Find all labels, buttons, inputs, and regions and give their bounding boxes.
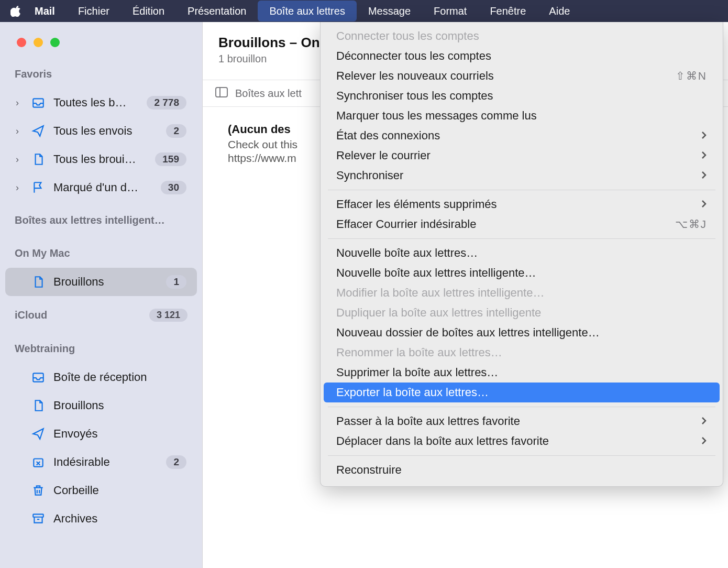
menu-item[interactable]: Reconstruire bbox=[324, 460, 720, 480]
menu-fenetre[interactable]: Fenêtre bbox=[478, 1, 537, 21]
menu-item[interactable]: Passer à la boîte aux lettres favorite bbox=[324, 411, 720, 431]
apple-logo-icon[interactable] bbox=[10, 5, 22, 17]
inbox-icon bbox=[30, 370, 46, 384]
menu-item[interactable]: Synchroniser bbox=[324, 166, 720, 185]
webtraining-header: Webtraining bbox=[0, 343, 202, 363]
menu-aide[interactable]: Aide bbox=[537, 1, 581, 21]
smart-mailboxes-header: Boîtes aux lettres intelligent… bbox=[0, 214, 202, 235]
svg-rect-4 bbox=[216, 88, 227, 97]
window-controls bbox=[0, 38, 202, 68]
menu-item[interactable]: Déplacer dans la boîte aux lettres favor… bbox=[324, 431, 720, 451]
menu-item-label: État des connexions bbox=[336, 129, 440, 143]
menu-item[interactable]: Déconnecter tous les comptes bbox=[324, 46, 720, 66]
sidebar-item-label: Brouillons bbox=[53, 399, 186, 412]
count-badge: 3 121 bbox=[149, 309, 187, 322]
sidebar-item-junk[interactable]: Indésirable 2 bbox=[5, 448, 197, 476]
menu-item-label: Effacer Courrier indésirable bbox=[336, 217, 476, 231]
menu-item-label: Connecter tous les comptes bbox=[336, 29, 479, 43]
menu-item[interactable]: Nouveau dossier de boîtes aux lettres in… bbox=[324, 323, 720, 343]
sidebar-item-label: Envoyés bbox=[53, 427, 186, 441]
close-window-icon[interactable] bbox=[17, 38, 26, 47]
draft-icon bbox=[30, 275, 46, 289]
chevron-right-icon bbox=[701, 169, 707, 182]
menu-item-label: Exporter la boîte aux lettres… bbox=[336, 386, 489, 399]
menu-item-label: Renommer la boîte aux lettres… bbox=[336, 346, 502, 359]
sidebar-item-label: Corbeille bbox=[53, 484, 186, 497]
menu-item-label: Relever le courrier bbox=[336, 149, 431, 162]
sidebar-item-label: Tous les broui… bbox=[53, 152, 148, 166]
sidebar-item-label: Toutes les b… bbox=[53, 96, 139, 110]
menu-separator bbox=[328, 455, 715, 456]
menu-item-label: Marquer tous les messages comme lus bbox=[336, 109, 537, 123]
count-badge: 30 bbox=[161, 181, 186, 194]
menu-item-label: Nouvelle boîte aux lettres intelligente… bbox=[336, 266, 536, 280]
sidebar-item-all-inboxes[interactable]: › Toutes les b… 2 778 bbox=[5, 89, 197, 117]
menu-item[interactable]: Synchroniser tous les comptes bbox=[324, 86, 720, 106]
sidebar-item-label: Tous les envois bbox=[53, 124, 159, 138]
menu-item[interactable]: État des connexions bbox=[324, 126, 720, 146]
sidebar-item-label: Marqué d'un d… bbox=[53, 181, 153, 194]
sidebar-item-all-drafts[interactable]: › Tous les broui… 159 bbox=[5, 145, 197, 173]
sent-icon bbox=[30, 427, 46, 441]
menu-item[interactable]: Relever le courrier bbox=[324, 146, 720, 166]
sidebar-item-sent[interactable]: Envoyés bbox=[5, 420, 197, 448]
icloud-header[interactable]: iCloud 3 121 bbox=[0, 309, 202, 330]
sent-icon bbox=[30, 124, 46, 138]
icloud-label: iCloud bbox=[15, 309, 47, 321]
sidebar-item-trash[interactable]: Corbeille bbox=[5, 476, 197, 505]
menu-item-label: Déconnecter tous les comptes bbox=[336, 49, 491, 63]
menu-app[interactable]: Mail bbox=[35, 1, 67, 21]
menu-item[interactable]: Nouvelle boîte aux lettres… bbox=[324, 243, 720, 263]
menu-item-label: Passer à la boîte aux lettres favorite bbox=[336, 414, 520, 428]
menu-item: Dupliquer la boîte aux lettres intellige… bbox=[324, 303, 720, 323]
chevron-right-icon bbox=[701, 434, 707, 448]
menu-separator bbox=[328, 238, 715, 239]
sidebar-item-archive[interactable]: Archives bbox=[5, 505, 197, 533]
menubar: Mail Fichier Édition Présentation Boîte … bbox=[0, 0, 728, 22]
menu-item[interactable]: Effacer les éléments supprimés bbox=[324, 194, 720, 214]
menu-item[interactable]: Relever les nouveaux courriels⇧⌘N bbox=[324, 66, 720, 86]
menu-format[interactable]: Format bbox=[422, 1, 478, 21]
menu-item[interactable]: Exporter la boîte aux lettres… bbox=[324, 383, 720, 402]
chevron-right-icon: › bbox=[16, 126, 23, 137]
menu-edition[interactable]: Édition bbox=[121, 1, 176, 21]
menu-item-label: Relever les nouveaux courriels bbox=[336, 69, 494, 83]
menu-item-label: Déplacer dans la boîte aux lettres favor… bbox=[336, 434, 549, 448]
menu-message[interactable]: Message bbox=[357, 1, 422, 21]
chevron-right-icon: › bbox=[16, 154, 23, 165]
sidebar-item-inbox[interactable]: Boîte de réception bbox=[5, 363, 197, 391]
menu-item[interactable]: Effacer Courrier indésirable⌥⌘J bbox=[324, 214, 720, 234]
chevron-right-icon: › bbox=[16, 97, 23, 108]
favorites-header: Favoris bbox=[0, 68, 202, 89]
menu-item-label: Supprimer la boîte aux lettres… bbox=[336, 366, 498, 379]
sidebar-item-drafts-local[interactable]: Brouillons 1 bbox=[5, 268, 197, 296]
menu-item[interactable]: Supprimer la boîte aux lettres… bbox=[324, 363, 720, 383]
menu-item[interactable]: Nouvelle boîte aux lettres intelligente… bbox=[324, 263, 720, 283]
menu-item-label: Reconstruire bbox=[336, 463, 402, 477]
chevron-right-icon bbox=[701, 198, 707, 211]
menu-fichier[interactable]: Fichier bbox=[67, 1, 121, 21]
sidebar-toggle-icon[interactable] bbox=[215, 87, 228, 100]
inbox-icon bbox=[30, 96, 46, 110]
chevron-right-icon: › bbox=[16, 182, 23, 193]
sidebar-item-label: Indésirable bbox=[53, 455, 159, 469]
menu-item: Modifier la boîte aux lettres intelligen… bbox=[324, 283, 720, 303]
count-badge: 2 778 bbox=[147, 96, 186, 110]
trash-icon bbox=[30, 484, 46, 497]
menu-presentation[interactable]: Présentation bbox=[176, 1, 258, 21]
fullscreen-window-icon[interactable] bbox=[50, 38, 60, 47]
sidebar-item-all-sent[interactable]: › Tous les envois 2 bbox=[5, 117, 197, 145]
minimize-window-icon[interactable] bbox=[34, 38, 43, 47]
menu-item: Connecter tous les comptes bbox=[324, 26, 720, 46]
sidebar-item-label: Brouillons bbox=[53, 275, 159, 289]
menu-item-label: Dupliquer la boîte aux lettres intellige… bbox=[336, 306, 541, 320]
menu-item-label: Nouvelle boîte aux lettres… bbox=[336, 246, 478, 260]
draft-icon bbox=[30, 152, 46, 166]
chevron-right-icon bbox=[701, 149, 707, 162]
menu-item[interactable]: Marquer tous les messages comme lus bbox=[324, 106, 720, 126]
menu-boite-aux-lettres[interactable]: Boîte aux lettres bbox=[258, 1, 357, 21]
sidebar-item-flagged[interactable]: › Marqué d'un d… 30 bbox=[5, 173, 197, 202]
count-badge: 2 bbox=[166, 124, 186, 138]
sidebar-item-drafts[interactable]: Brouillons bbox=[5, 391, 197, 420]
onmymac-header: On My Mac bbox=[0, 247, 202, 268]
